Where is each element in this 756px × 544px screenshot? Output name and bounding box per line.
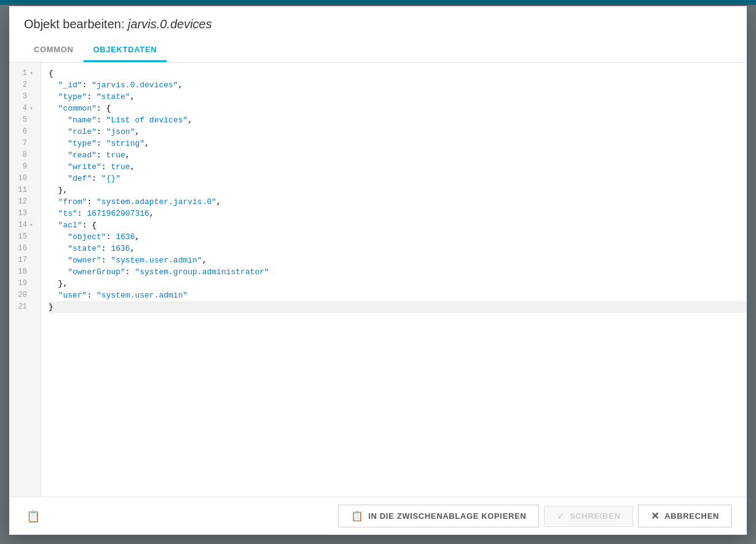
tab-common[interactable]: COMMON [24, 39, 84, 62]
footer-left: 📋 [24, 507, 42, 526]
line-number: 8 [9, 149, 41, 161]
code-editor[interactable]: 1▾234▾567891011121314▾15161718192021 { "… [9, 63, 747, 497]
tab-bar: COMMON OBJEKTDATEN [24, 39, 732, 62]
code-line: "write": true, [49, 161, 747, 173]
line-number: 4▾ [9, 103, 41, 114]
clipboard-label: IN DIE ZWISCHENABLAGE KOPIEREN [368, 511, 526, 521]
code-line: "name": "List of devices", [49, 114, 747, 126]
line-numbers: 1▾234▾567891011121314▾15161718192021 [9, 63, 41, 497]
line-number: 7 [9, 138, 41, 149]
line-number: 19 [9, 278, 41, 290]
clipboard-icon: 📋 [351, 510, 364, 522]
code-line: "state": 1636, [49, 243, 747, 254]
title-prefix: Objekt bearbeiten: [24, 17, 128, 31]
code-line: }, [49, 184, 747, 196]
close-icon: ✕ [651, 510, 660, 522]
tab-objektdaten[interactable]: OBJEKTDATEN [84, 39, 167, 62]
line-number: 15 [9, 231, 41, 243]
write-button[interactable]: ✓ SCHREIBEN [544, 506, 633, 527]
code-line: "object": 1636, [49, 231, 747, 243]
line-number: 2 [9, 79, 41, 91]
dialog-footer: 📋 📋 IN DIE ZWISCHENABLAGE KOPIEREN ✓ SCH… [9, 497, 747, 535]
code-line: "ts": 1671962907316, [49, 208, 747, 219]
dialog-body: 1▾234▾567891011121314▾15161718192021 { "… [9, 63, 747, 497]
code-line: "read": true, [49, 149, 747, 161]
title-object: jarvis.0.devices [128, 17, 212, 31]
file-icon: 📋 [26, 510, 40, 522]
code-line: "from": "system.adapter.jarvis.0", [49, 196, 747, 208]
cancel-button[interactable]: ✕ ABBRECHEN [638, 505, 732, 527]
line-number: 17 [9, 254, 41, 266]
code-line: } [49, 301, 747, 313]
line-number: 6 [9, 126, 41, 138]
cancel-label: ABBRECHEN [664, 511, 719, 521]
line-number: 12 [9, 196, 41, 208]
file-icon-button[interactable]: 📋 [24, 507, 42, 526]
check-icon: ✓ [557, 511, 565, 521]
code-line: "role": "json", [49, 126, 747, 138]
code-line: "def": "{}" [49, 173, 747, 184]
code-line: "user": "system.user.admin" [49, 290, 747, 301]
code-line: "ownerGroup": "system.group.administrato… [49, 266, 747, 278]
dialog-overlay: Objekt bearbeiten: jarvis.0.devices COMM… [0, 0, 756, 544]
footer-right: 📋 IN DIE ZWISCHENABLAGE KOPIEREN ✓ SCHRE… [338, 505, 732, 527]
line-number: 18 [9, 266, 41, 278]
code-line: "acl": { [49, 219, 747, 231]
line-number: 21 [9, 301, 41, 313]
line-number: 13 [9, 208, 41, 219]
line-number: 1▾ [9, 68, 41, 79]
code-line: "common": { [49, 103, 747, 114]
line-number: 11 [9, 184, 41, 196]
code-content: { "_id": "jarvis.0.devices", "type": "st… [41, 63, 747, 497]
code-line: "type": "state", [49, 91, 747, 103]
line-number: 10 [9, 173, 41, 184]
line-number: 20 [9, 290, 41, 301]
code-line: "owner": "system.user.admin", [49, 254, 747, 266]
line-number: 16 [9, 243, 41, 254]
line-number: 3 [9, 91, 41, 103]
clipboard-button[interactable]: 📋 IN DIE ZWISCHENABLAGE KOPIEREN [338, 505, 540, 527]
line-number: 9 [9, 161, 41, 173]
code-line: "_id": "jarvis.0.devices", [49, 79, 747, 91]
code-line: { [49, 68, 747, 79]
write-label: SCHREIBEN [570, 511, 620, 521]
code-line: }, [49, 278, 747, 290]
dialog-title: Objekt bearbeiten: jarvis.0.devices [24, 17, 732, 31]
line-number: 14▾ [9, 219, 41, 231]
line-number: 5 [9, 114, 41, 126]
dialog-header: Objekt bearbeiten: jarvis.0.devices COMM… [9, 6, 747, 63]
edit-dialog: Objekt bearbeiten: jarvis.0.devices COMM… [9, 6, 747, 535]
code-line: "type": "string", [49, 138, 747, 149]
